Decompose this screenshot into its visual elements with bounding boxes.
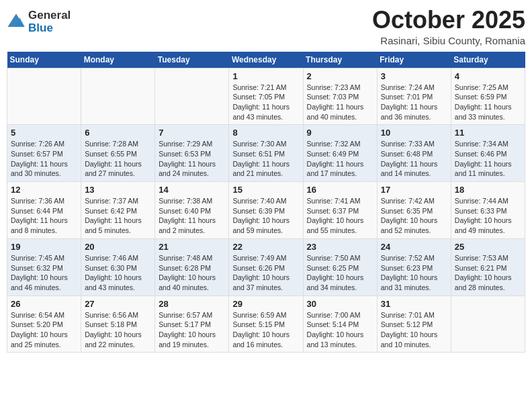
day-info: Sunrise: 7:36 AM Sunset: 6:44 PM Dayligh…	[11, 196, 77, 236]
day-number: 1	[232, 71, 299, 81]
location: Rasinari, Sibiu County, Romania	[372, 35, 525, 46]
calendar-cell: 5Sunrise: 7:26 AM Sunset: 6:57 PM Daylig…	[7, 125, 81, 182]
day-info: Sunrise: 6:57 AM Sunset: 5:17 PM Dayligh…	[159, 310, 225, 350]
calendar-cell: 19Sunrise: 7:45 AM Sunset: 6:32 PM Dayli…	[7, 238, 81, 295]
day-number: 25	[455, 242, 521, 252]
calendar-cell: 11Sunrise: 7:34 AM Sunset: 6:46 PM Dayli…	[451, 125, 525, 182]
day-number: 20	[85, 242, 151, 252]
day-number: 12	[11, 185, 77, 195]
calendar-cell: 1Sunrise: 7:21 AM Sunset: 7:05 PM Daylig…	[229, 68, 303, 125]
day-number: 10	[381, 128, 447, 138]
calendar-cell: 22Sunrise: 7:49 AM Sunset: 6:26 PM Dayli…	[229, 238, 303, 295]
logo-text: General Blue	[28, 9, 71, 34]
day-number: 7	[159, 128, 225, 138]
day-info: Sunrise: 7:24 AM Sunset: 7:01 PM Dayligh…	[381, 83, 447, 122]
day-number: 19	[11, 242, 77, 252]
calendar-week-row: 1Sunrise: 7:21 AM Sunset: 7:05 PM Daylig…	[7, 68, 525, 125]
day-number: 15	[232, 185, 299, 195]
day-number: 28	[159, 299, 225, 309]
weekday-header: Monday	[81, 52, 155, 68]
day-number: 31	[381, 299, 447, 309]
calendar-cell: 25Sunrise: 7:53 AM Sunset: 6:21 PM Dayli…	[451, 238, 525, 295]
calendar-cell: 10Sunrise: 7:33 AM Sunset: 6:48 PM Dayli…	[377, 125, 451, 182]
day-number: 17	[381, 185, 447, 195]
calendar-cell: 8Sunrise: 7:30 AM Sunset: 6:51 PM Daylig…	[229, 125, 303, 182]
calendar-week-row: 12Sunrise: 7:36 AM Sunset: 6:44 PM Dayli…	[7, 182, 525, 239]
day-info: Sunrise: 7:33 AM Sunset: 6:48 PM Dayligh…	[381, 139, 447, 179]
day-number: 21	[159, 242, 225, 252]
calendar-cell: 17Sunrise: 7:42 AM Sunset: 6:35 PM Dayli…	[377, 182, 451, 239]
calendar-cell	[451, 295, 525, 353]
weekday-header: Wednesday	[229, 52, 303, 68]
day-number: 30	[307, 299, 373, 309]
calendar-cell: 28Sunrise: 6:57 AM Sunset: 5:17 PM Dayli…	[155, 295, 229, 353]
calendar-cell: 12Sunrise: 7:36 AM Sunset: 6:44 PM Dayli…	[7, 182, 81, 239]
calendar-cell: 6Sunrise: 7:28 AM Sunset: 6:55 PM Daylig…	[81, 125, 155, 182]
day-info: Sunrise: 7:37 AM Sunset: 6:42 PM Dayligh…	[85, 196, 151, 236]
day-info: Sunrise: 7:41 AM Sunset: 6:37 PM Dayligh…	[307, 196, 373, 236]
weekday-header: Friday	[377, 52, 451, 68]
day-number: 3	[381, 71, 447, 81]
day-number: 27	[85, 299, 151, 309]
day-number: 22	[232, 242, 299, 252]
calendar-week-row: 5Sunrise: 7:26 AM Sunset: 6:57 PM Daylig…	[7, 125, 525, 182]
calendar-cell: 30Sunrise: 7:00 AM Sunset: 5:14 PM Dayli…	[303, 295, 377, 353]
calendar-cell: 21Sunrise: 7:48 AM Sunset: 6:28 PM Dayli…	[155, 238, 229, 295]
calendar-week-row: 19Sunrise: 7:45 AM Sunset: 6:32 PM Dayli…	[7, 238, 525, 295]
day-number: 16	[307, 185, 373, 195]
day-number: 14	[159, 185, 225, 195]
day-info: Sunrise: 7:00 AM Sunset: 5:14 PM Dayligh…	[307, 310, 373, 350]
calendar-cell: 2Sunrise: 7:23 AM Sunset: 7:03 PM Daylig…	[303, 68, 377, 125]
weekday-header: Saturday	[451, 52, 525, 68]
calendar-cell: 14Sunrise: 7:38 AM Sunset: 6:40 PM Dayli…	[155, 182, 229, 239]
day-number: 5	[11, 128, 77, 138]
day-number: 24	[381, 242, 447, 252]
day-info: Sunrise: 7:32 AM Sunset: 6:49 PM Dayligh…	[307, 139, 373, 179]
day-number: 2	[307, 71, 373, 81]
day-number: 29	[232, 299, 299, 309]
weekday-header: Tuesday	[155, 52, 229, 68]
calendar-cell: 31Sunrise: 7:01 AM Sunset: 5:12 PM Dayli…	[377, 295, 451, 353]
calendar-week-row: 26Sunrise: 6:54 AM Sunset: 5:20 PM Dayli…	[7, 295, 525, 353]
day-number: 23	[307, 242, 373, 252]
weekday-header-row: SundayMondayTuesdayWednesdayThursdayFrid…	[7, 52, 525, 68]
calendar-table: SundayMondayTuesdayWednesdayThursdayFrid…	[7, 52, 525, 353]
calendar-cell: 4Sunrise: 7:25 AM Sunset: 6:59 PM Daylig…	[451, 68, 525, 125]
day-number: 26	[11, 299, 77, 309]
logo: General Blue	[7, 9, 71, 34]
calendar-cell: 26Sunrise: 6:54 AM Sunset: 5:20 PM Dayli…	[7, 295, 81, 353]
day-info: Sunrise: 7:26 AM Sunset: 6:57 PM Dayligh…	[11, 139, 77, 179]
calendar-cell	[81, 68, 155, 125]
calendar-cell: 13Sunrise: 7:37 AM Sunset: 6:42 PM Dayli…	[81, 182, 155, 239]
day-info: Sunrise: 7:01 AM Sunset: 5:12 PM Dayligh…	[381, 310, 447, 350]
day-info: Sunrise: 7:25 AM Sunset: 6:59 PM Dayligh…	[455, 83, 521, 122]
calendar-cell	[7, 68, 81, 125]
day-info: Sunrise: 7:46 AM Sunset: 6:30 PM Dayligh…	[85, 253, 151, 293]
day-number: 6	[85, 128, 151, 138]
weekday-header: Thursday	[303, 52, 377, 68]
calendar-cell	[155, 68, 229, 125]
day-info: Sunrise: 7:48 AM Sunset: 6:28 PM Dayligh…	[159, 253, 225, 293]
day-info: Sunrise: 6:59 AM Sunset: 5:15 PM Dayligh…	[232, 310, 299, 350]
day-number: 13	[85, 185, 151, 195]
logo-blue: Blue	[28, 22, 71, 35]
day-info: Sunrise: 6:56 AM Sunset: 5:18 PM Dayligh…	[85, 310, 151, 350]
calendar-cell: 29Sunrise: 6:59 AM Sunset: 5:15 PM Dayli…	[229, 295, 303, 353]
day-info: Sunrise: 7:29 AM Sunset: 6:53 PM Dayligh…	[159, 139, 225, 179]
day-info: Sunrise: 7:45 AM Sunset: 6:32 PM Dayligh…	[11, 253, 77, 293]
day-info: Sunrise: 7:42 AM Sunset: 6:35 PM Dayligh…	[381, 196, 447, 236]
calendar-cell: 7Sunrise: 7:29 AM Sunset: 6:53 PM Daylig…	[155, 125, 229, 182]
calendar-cell: 23Sunrise: 7:50 AM Sunset: 6:25 PM Dayli…	[303, 238, 377, 295]
day-number: 18	[455, 185, 521, 195]
day-info: Sunrise: 7:44 AM Sunset: 6:33 PM Dayligh…	[455, 196, 521, 236]
title-block: October 2025 Rasinari, Sibiu County, Rom…	[372, 7, 525, 46]
day-number: 9	[307, 128, 373, 138]
calendar-cell: 27Sunrise: 6:56 AM Sunset: 5:18 PM Dayli…	[81, 295, 155, 353]
day-info: Sunrise: 7:23 AM Sunset: 7:03 PM Dayligh…	[307, 83, 373, 122]
day-number: 11	[455, 128, 521, 138]
calendar-cell: 16Sunrise: 7:41 AM Sunset: 6:37 PM Dayli…	[303, 182, 377, 239]
calendar-cell: 18Sunrise: 7:44 AM Sunset: 6:33 PM Dayli…	[451, 182, 525, 239]
day-info: Sunrise: 7:40 AM Sunset: 6:39 PM Dayligh…	[232, 196, 299, 236]
calendar-cell: 9Sunrise: 7:32 AM Sunset: 6:49 PM Daylig…	[303, 125, 377, 182]
logo-general: General	[28, 9, 71, 22]
